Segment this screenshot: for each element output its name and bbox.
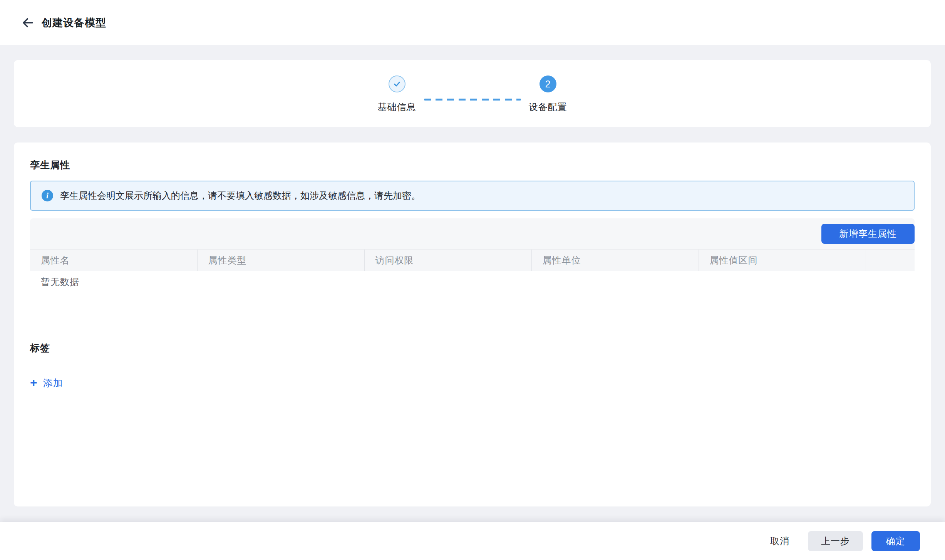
arrow-left-icon bbox=[21, 16, 34, 29]
form-card: 孪生属性 i 孪生属性会明文展示所输入的信息，请不要填入敏感数据，如涉及敏感信息… bbox=[14, 143, 931, 506]
step-device-config: 2 设备配置 bbox=[529, 75, 567, 113]
prev-step-button[interactable]: 上一步 bbox=[808, 531, 863, 551]
step-basic-info: 基础信息 bbox=[378, 75, 416, 113]
add-twin-attr-button[interactable]: 新增孪生属性 bbox=[821, 224, 915, 244]
twin-attrs-table: 属性名 属性类型 访问权限 属性单位 属性值区间 暂无数据 bbox=[30, 249, 915, 293]
stepper-card: 基础信息 2 设备配置 bbox=[14, 60, 931, 127]
add-tag-button[interactable]: + 添加 bbox=[30, 377, 63, 389]
twin-attrs-table-panel: 新增孪生属性 属性名 属性类型 访问权限 属性单位 属性值区间 bbox=[30, 218, 915, 293]
info-icon: i bbox=[42, 190, 53, 201]
footer-bar: 取消 上一步 确定 bbox=[0, 522, 945, 560]
col-attr-type: 属性类型 bbox=[197, 250, 364, 271]
add-tag-label: 添加 bbox=[43, 377, 63, 389]
col-attr-value-range: 属性值区间 bbox=[699, 250, 866, 271]
page-header: 创建设备模型 bbox=[0, 0, 945, 45]
stepper: 基础信息 2 设备配置 bbox=[14, 60, 931, 127]
info-banner: i 孪生属性会明文展示所输入的信息，请不要填入敏感数据，如涉及敏感信息，请先加密… bbox=[30, 181, 915, 211]
empty-data-text: 暂无数据 bbox=[30, 271, 915, 293]
page-title: 创建设备模型 bbox=[42, 16, 106, 30]
step2-number: 2 bbox=[545, 79, 551, 90]
step2-label: 设备配置 bbox=[529, 101, 567, 113]
plus-icon: + bbox=[30, 376, 38, 389]
col-access-permission: 访问权限 bbox=[364, 250, 531, 271]
cancel-button[interactable]: 取消 bbox=[770, 535, 789, 547]
col-actions bbox=[866, 250, 915, 271]
stepper-connector bbox=[424, 99, 521, 101]
table-header-row: 属性名 属性类型 访问权限 属性单位 属性值区间 bbox=[30, 250, 915, 271]
check-icon bbox=[392, 79, 402, 89]
back-button[interactable] bbox=[19, 14, 36, 31]
empty-row: 暂无数据 bbox=[30, 271, 915, 293]
table-toolbar: 新增孪生属性 bbox=[30, 218, 915, 249]
confirm-button[interactable]: 确定 bbox=[871, 531, 920, 551]
step1-done-circle bbox=[389, 75, 405, 92]
step1-label: 基础信息 bbox=[378, 101, 416, 113]
info-banner-text: 孪生属性会明文展示所输入的信息，请不要填入敏感数据，如涉及敏感信息，请先加密。 bbox=[60, 189, 421, 202]
step2-circle: 2 bbox=[540, 75, 556, 92]
col-attr-unit: 属性单位 bbox=[531, 250, 699, 271]
twin-attrs-title: 孪生属性 bbox=[30, 159, 915, 171]
col-attr-name: 属性名 bbox=[30, 250, 197, 271]
tags-title: 标签 bbox=[30, 342, 915, 354]
